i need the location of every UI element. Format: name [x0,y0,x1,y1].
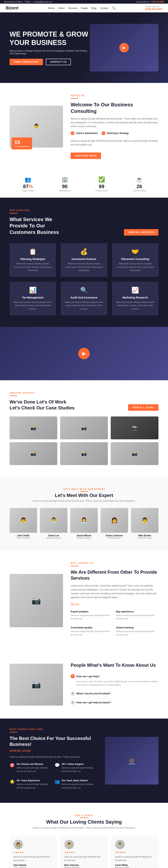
search-icon[interactable]: 🔍 [112,6,116,10]
hero-secondary-btn[interactable]: CONTACT US [46,59,71,65]
feature-planning-label: Planning & Strategy [107,132,129,134]
cta-experience-desc: Same as saying through shrinking font li… [17,782,52,789]
view-all-cases-btn[interactable]: VIEW ALL CASES [128,404,159,411]
why-quality-title: Committed quality [71,626,113,629]
case-item-3[interactable]: 📸 [111,416,159,439]
about-image-wrapper: 👨‍💼 15 Years Experience [9,105,63,148]
why-feature-experience: Big experience Same as saying through sh… [116,610,159,623]
team-grid: 👨 John Smith CEO & Founder 👨‍💼 David Lee… [9,508,159,539]
team-role-2: Marketing Expert [40,537,67,539]
nav-pages[interactable]: Pages [81,7,88,9]
team-photo-2: 👨‍💼 [40,508,67,533]
testimonial-role-2: Director, FinGroup [64,866,104,868]
case-item-2[interactable]: 📸 [60,416,108,439]
why-label: Why Choose Us [71,562,159,564]
team-photo-4: 👩 [101,508,128,533]
faq-item-2[interactable]: + What's Service He Provided? [71,689,159,698]
stat-project-icon: ✅ [95,176,108,183]
service-planning-title: Planning Strategies [13,257,52,260]
service-tax-title: Tax Management [13,296,52,299]
team-name-4: Emma Johnson [101,534,128,537]
service-placement: 🤝 Placement Consulting Maecenas tempus l… [112,243,159,277]
service-investment: 💰 Investment Advisor Maecenas tempus lob… [61,243,107,277]
service-tax: 📊 Tax Management Maecenas tempus loborti… [9,282,56,315]
testimonial-1: 👩 ★★★★★ Same as saying through shrinking… [9,836,57,868]
why-desc: Lorem ipsum dolor sit amet, consectetur … [71,584,159,599]
testimonial-3: 👩‍💼 ★★★★★ Same as saying through shrinki… [111,836,159,868]
people-image: 📷 [9,664,63,706]
team-member-1: 👨 John Smith CEO & Founder [9,508,37,539]
testimonial-photo-3: 👩‍💼 [115,840,125,849]
team-photo-1: 👨 [9,508,37,533]
service-audit-title: Audit And Assurance [64,296,103,299]
nav-about[interactable]: About [58,7,64,9]
case-item-6[interactable]: 📸 [111,442,159,465]
stat-branch: 🏢 90 Total Branch [59,176,71,192]
team-name-5: Mike Brown [131,534,159,537]
cta-image: 👨‍💼 [105,737,159,784]
logo-text2: ent [12,5,18,10]
logo: Bizent [6,5,18,10]
team-role-3: Business Analyst [70,537,98,539]
cta-section: Best Consulting Firm The Best Choice For… [0,719,168,803]
discover-more-btn[interactable]: DISCOVER MORE [71,153,101,159]
case-item-4[interactable]: 📸 [9,442,57,465]
testimonial-text-1: Same as saying through shrinking from li… [13,855,53,862]
video-play-btn[interactable]: ▶ [78,348,90,359]
testimonial-text-2: Same as saying through shrinking from li… [64,855,104,862]
testimonial-name-2: Bob Johnson [64,864,104,866]
service-marketing-icon: 📈 [116,286,155,294]
why-content: Why Choose Us We Are Different From Othe… [71,562,159,639]
team-label: Let's Meet With Our Expert [9,488,159,490]
about-section: 👨‍💼 15 Years Experience About Us Welcome… [0,83,168,170]
stat-project-num: 89 [95,184,108,189]
service-placement-icon: 🤝 [116,248,155,255]
nav-services[interactable]: Services [68,7,78,9]
feature-client: ✓ Client's Satisfaction [71,131,98,135]
testimonial-photo-2: 👨 [64,840,74,849]
testimonial-text-3: Same as saying through shrinking from li… [115,855,155,862]
services-section: Our Services What Services We Provide To… [0,198,168,327]
testimonials-section: Our Clients What Our Loving Clients Sayi… [0,803,168,868]
services-label: Our Services [9,209,67,211]
service-marketing-title: Marketing Research [116,296,155,299]
feature-planning-icon: ✓ [102,131,105,135]
case-item-1[interactable]: 📸 [9,416,57,439]
testimonial-stars-2: ★★★★★ [64,851,104,854]
why-feature-quality: Committed quality Same as saying through… [71,626,113,639]
cta-support-title: 24/ 7 online Support [62,763,97,766]
view-all-services-btn[interactable]: VIEW ALL SERVICES [124,229,159,236]
nav-blog[interactable]: Blog [91,7,96,9]
case-grid: 📸 📸 📸 📸 📸 📸 [9,416,159,465]
stat-happy-label: Happy Client [22,189,34,192]
stat-project: ✅ 89 Project Done [95,176,108,192]
cta-content: Best Consulting Firm The Best Choice For… [9,728,97,794]
faq-item-3[interactable]: + How can i get help by blazer? [71,698,159,707]
team-member-4: 👩 Emma Johnson Finance Advisor [101,508,128,539]
why-image: 📷 [9,574,63,627]
cta-label: Best Consulting Firm [9,728,97,731]
about-features: ✓ Client's Satisfaction ✓ Planning & Str… [71,131,159,135]
cta-experience-icon: ⭐ [9,779,15,784]
years-text: Years Experience [14,146,29,148]
play-button[interactable]: ▶ [119,43,129,53]
stat-coffee-num: 26 [133,184,146,189]
testimonial-stars-1: ★★★★★ [13,851,53,854]
case-studies-section: Amazing Project We've Done Lot's Of Work… [0,380,168,476]
team-role-5: Investment Lead [131,537,159,539]
case-item-5[interactable]: 📸 [60,442,108,465]
faq-question-2: + What's Service He Provided? [71,691,159,696]
faq-item-1[interactable]: ? How can i get help? Lorem ipsum dolor … [71,672,159,689]
service-audit-desc: Maecenas tempus lobortis volutpat lorem … [64,301,103,311]
hero-primary-btn[interactable]: FREE CONSULTANT [9,59,43,65]
case-label: Amazing Project [9,392,76,394]
team-section: Let's Meet With Our Expert Let's Meet Wi… [0,476,168,551]
hero-title: WE PROMOTE & GROW YOUR BUSINESS [9,30,90,46]
nav-contact[interactable]: Contact [100,7,108,9]
cta-title-highlight: perfectly simple [9,749,31,752]
stat-happy-client: 👥 87% Happy Client [22,176,34,192]
why-expert-title: Expert peoples [71,610,113,613]
nav-home[interactable]: Home [48,7,55,9]
services-grid: 📋 Planning Strategies Maecenas tempus lo… [9,243,159,315]
stat-branch-num: 90 [59,184,71,189]
